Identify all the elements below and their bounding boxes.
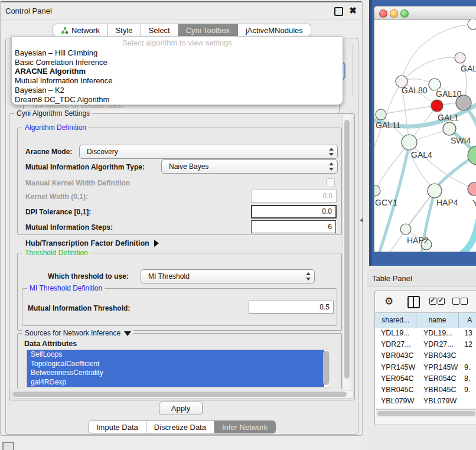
node-label: GAL4 <box>411 150 432 159</box>
algorithm-option[interactable]: ARACNE Algorithm <box>12 67 343 76</box>
algorithm-option[interactable]: Mutual Information Inference <box>12 76 343 86</box>
network-node-gal4[interactable] <box>402 135 417 150</box>
apply-button[interactable]: Apply <box>159 402 203 415</box>
data-attribute-item[interactable]: BetweennessCentrality <box>27 369 324 378</box>
close-traffic-light-icon[interactable] <box>379 9 387 18</box>
gear-icon[interactable]: ⚙ <box>384 296 393 307</box>
table-row[interactable]: YBR045CYBR045C9. <box>375 384 476 396</box>
table-row[interactable]: YDL19...YDL19...13 <box>375 328 476 339</box>
aracne-mode-combo[interactable]: Discovery <box>79 145 338 159</box>
tab-label: Impute Data <box>96 423 138 432</box>
mi-type-combo[interactable]: Naive Bayes <box>161 159 338 174</box>
network-node-gal[interactable] <box>455 53 465 63</box>
column-header[interactable]: A <box>459 313 476 328</box>
tab-label: Network <box>71 26 100 35</box>
data-attribute-item[interactable]: TopologicalCoefficient <box>27 360 324 369</box>
deselect-all-checkbox-icon[interactable] <box>461 298 468 305</box>
list-scrollbar[interactable] <box>323 351 329 385</box>
data-attribute-item[interactable]: gal4RGexp <box>27 378 324 387</box>
node-label: GAL10 <box>436 89 462 99</box>
tab-infer-network[interactable]: Infer Network <box>214 420 276 433</box>
splitter-arrow-icon[interactable] <box>360 218 363 223</box>
table-cell: YBR045C <box>375 384 418 396</box>
algorithm-option[interactable]: Basic Correlation Inference <box>12 58 343 67</box>
settings-vertical-scrollbar[interactable] <box>343 115 351 390</box>
table-horizontal-scrollbar[interactable] <box>376 409 476 417</box>
dpi-tolerance-label: DPI Tolerance [0,1]: <box>25 208 91 216</box>
which-threshold-combo[interactable]: MI Threshold <box>141 269 315 283</box>
tab-style[interactable]: Style <box>108 24 141 37</box>
minimize-traffic-light-icon[interactable] <box>390 9 398 18</box>
table-cell: YDL19... <box>418 328 461 339</box>
table-row[interactable]: YPR145WYPR145W9. <box>375 362 476 373</box>
table-cell: 12 <box>461 339 476 350</box>
zoom-traffic-light-icon[interactable] <box>400 9 409 18</box>
tab-impute-data[interactable]: Impute Data <box>88 420 146 433</box>
mi-steps-label: Mutual Information Steps: <box>25 223 113 231</box>
docked-panel-icon[interactable] <box>2 442 14 450</box>
hub-definition-expander[interactable]: Hub/Transcription Factor Definition <box>25 237 159 248</box>
network-window-titlebar[interactable] <box>374 6 476 20</box>
tab-jactivemnodules[interactable]: jActiveMNodules <box>238 24 311 37</box>
table-row[interactable]: YDR27...YDR27...12 <box>375 339 476 350</box>
table-cell: YPR145W <box>375 362 418 373</box>
network-node-y[interactable] <box>468 182 476 195</box>
algorithm-option[interactable]: Bayesian – Hill Climbing <box>12 48 343 58</box>
algorithm-popup-placeholder: Select algorithm to view settings <box>12 37 343 48</box>
dpi-tolerance-field[interactable]: 0.0 <box>251 205 337 219</box>
float-window-icon[interactable] <box>334 7 343 16</box>
table-cell: YBL079W <box>375 396 418 407</box>
sources-title-text: Sources for Network Inference <box>25 329 120 337</box>
network-node-gal10[interactable] <box>429 79 441 90</box>
network-node-gal1[interactable] <box>431 100 443 112</box>
tab-network[interactable]: Network <box>53 24 108 37</box>
table-row[interactable]: YBL079WYBL079W <box>375 396 476 407</box>
mi-steps-field[interactable]: 6 <box>251 220 336 233</box>
tab-select[interactable]: Select <box>141 24 178 37</box>
table-cell: YDR27... <box>375 339 418 350</box>
tab-discretize-data[interactable]: Discretize Data <box>146 420 214 433</box>
mi-threshold-field[interactable]: 0.5 <box>249 301 334 314</box>
table-cell: YER054C <box>418 373 461 384</box>
table-cell: YDR27... <box>418 339 461 350</box>
table-row[interactable]: YER054CYER054C8. <box>375 373 476 384</box>
node-label: HAP2 <box>407 236 429 245</box>
network-node-swi4[interactable] <box>443 122 456 135</box>
table-panel-titlebar[interactable]: Table Panel <box>367 269 476 287</box>
data-attributes-list[interactable]: SelfLoopsTopologicalCoefficientBetweenne… <box>27 350 330 387</box>
network-node-gal11[interactable] <box>376 109 386 120</box>
network-canvas[interactable]: GALGAL80GAL10GAL1GAL11SWI4GAL4GCY1HAP4YH… <box>374 19 476 252</box>
deselect-all-checkbox-icon[interactable] <box>452 298 459 305</box>
manual-kernel-checkbox[interactable] <box>326 178 335 187</box>
network-node-hap4[interactable] <box>428 184 442 198</box>
table-row[interactable]: YLR345WYLR345W9. <box>375 407 476 408</box>
node-label: GAL1 <box>438 113 459 122</box>
kernel-width-field[interactable]: 0.0 <box>251 190 337 203</box>
tab-cyni-toolbox[interactable]: Cyni Toolbox <box>178 24 238 37</box>
control-panel-titlebar[interactable]: Control Panel ✖ <box>1 2 362 19</box>
table-cell: YER054C <box>375 373 418 384</box>
network-node-gcy1[interactable] <box>374 185 380 196</box>
table-cell: YPR145W <box>418 362 461 373</box>
sources-group-title[interactable]: Sources for Network Inference <box>22 329 133 337</box>
expand-right-icon <box>154 240 159 247</box>
column-layout-icon[interactable] <box>407 296 420 308</box>
table-row[interactable]: YBR043CYBR043C <box>375 350 476 361</box>
column-header[interactable]: name <box>416 313 458 328</box>
table-cell: 9. <box>461 384 476 396</box>
which-threshold-label: Which threshold to use: <box>48 272 129 281</box>
network-node-hap2[interactable] <box>400 224 411 234</box>
aracne-mode-value: Discovery <box>87 148 118 156</box>
algorithm-option[interactable]: Dream8 DC_TDC Algorithm <box>12 95 343 105</box>
network-node[interactable] <box>468 19 476 30</box>
select-all-checkbox-icon[interactable] <box>438 298 445 305</box>
data-attribute-item[interactable]: SelfLoops <box>27 350 324 360</box>
kernel-width-label: Kernel Width (0,1): <box>25 193 88 201</box>
close-icon[interactable]: ✖ <box>348 6 357 15</box>
column-header[interactable]: shared... <box>375 313 416 328</box>
algorithm-option[interactable]: Bayesian – K2 <box>12 86 343 95</box>
settings-horizontal-scrollbar[interactable] <box>11 390 354 399</box>
table-cell: YBR043C <box>375 350 418 361</box>
select-all-checkbox-icon[interactable] <box>429 298 436 305</box>
tab-label: Cyni Toolbox <box>186 26 230 35</box>
